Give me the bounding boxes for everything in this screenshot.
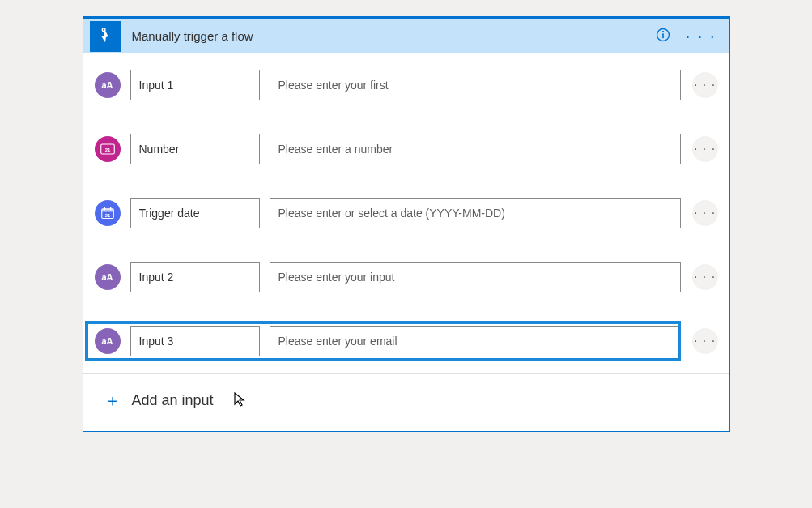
- svg-point-0: [102, 28, 105, 31]
- svg-rect-7: [101, 209, 113, 212]
- input-name-field[interactable]: [130, 326, 260, 356]
- input-row: aA · · ·: [83, 53, 729, 117]
- row-menu-button[interactable]: · · ·: [692, 136, 718, 162]
- input-description-field[interactable]: [270, 262, 681, 292]
- input-row: 21 · · ·: [83, 117, 729, 181]
- add-input-label: Add an input: [132, 392, 214, 409]
- input-name-field[interactable]: [130, 134, 260, 164]
- manual-trigger-icon: [90, 21, 121, 52]
- input-name-field[interactable]: [130, 262, 260, 292]
- row-menu-button[interactable]: · · ·: [692, 72, 718, 98]
- svg-rect-9: [109, 207, 110, 211]
- input-description-field[interactable]: [270, 134, 681, 164]
- svg-text:21: 21: [104, 147, 110, 152]
- plus-icon: ＋: [104, 390, 121, 412]
- svg-rect-2: [662, 33, 664, 38]
- text-type-icon: aA: [95, 328, 121, 354]
- card-header: Manually trigger a flow · · ·: [83, 16, 729, 53]
- input-name-field[interactable]: [130, 70, 260, 100]
- input-name-field[interactable]: [130, 198, 260, 228]
- input-description-field[interactable]: [270, 198, 681, 228]
- card-title: Manually trigger a flow: [132, 29, 655, 43]
- text-type-icon: aA: [95, 264, 121, 290]
- info-icon[interactable]: [655, 27, 671, 45]
- row-menu-button[interactable]: · · ·: [692, 328, 718, 354]
- add-input-button[interactable]: ＋ Add an input: [83, 374, 729, 431]
- input-rows: aA · · · 21 · · · 21: [83, 53, 729, 374]
- number-type-icon: 21: [95, 136, 121, 162]
- svg-rect-3: [662, 31, 664, 32]
- input-description-field[interactable]: [270, 70, 681, 100]
- mouse-cursor-icon: [233, 391, 246, 410]
- input-description-field[interactable]: [270, 326, 681, 356]
- text-type-icon: aA: [95, 72, 121, 98]
- card-menu-icon[interactable]: · · ·: [686, 27, 716, 45]
- trigger-card: Manually trigger a flow · · · aA · · · 2…: [83, 16, 730, 432]
- input-row: aA · · ·: [83, 245, 729, 309]
- input-row: 21 · · ·: [83, 181, 729, 245]
- input-row: aA · · ·: [83, 309, 729, 374]
- svg-rect-8: [104, 207, 104, 211]
- row-menu-button[interactable]: · · ·: [692, 264, 718, 290]
- svg-text:21: 21: [104, 213, 110, 218]
- row-menu-button[interactable]: · · ·: [692, 200, 718, 226]
- date-type-icon: 21: [95, 200, 121, 226]
